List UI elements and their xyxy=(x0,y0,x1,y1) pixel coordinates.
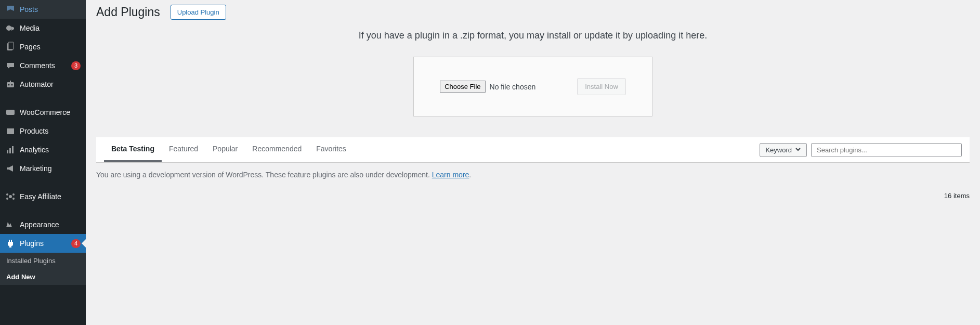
sidebar-item-media[interactable]: Media xyxy=(0,19,86,37)
comments-badge: 3 xyxy=(71,61,81,70)
upload-plugin-button[interactable]: Upload Plugin xyxy=(171,5,226,20)
sidebar-item-label: Easy Affiliate xyxy=(20,192,81,201)
keyword-dropdown[interactable]: Keyword xyxy=(760,143,807,157)
sidebar-separator xyxy=(0,94,86,103)
svg-rect-11 xyxy=(9,148,11,153)
svg-point-15 xyxy=(12,193,15,196)
tab-recommended[interactable]: Recommended xyxy=(245,137,309,162)
sidebar-item-woocommerce[interactable]: WooCommerce xyxy=(0,103,86,122)
products-icon xyxy=(5,126,16,136)
pin-icon xyxy=(5,4,16,15)
woo-icon xyxy=(5,107,16,118)
sidebar-item-analytics[interactable]: Analytics xyxy=(0,140,86,159)
sidebar-separator xyxy=(0,178,86,187)
sidebar-separator xyxy=(0,206,86,215)
dev-notice: You are using a development version of W… xyxy=(96,163,970,187)
svg-point-5 xyxy=(11,84,13,86)
upload-section: If you have a plugin in a .zip format, y… xyxy=(96,30,970,116)
upload-hint: If you have a plugin in a .zip format, y… xyxy=(96,30,970,41)
tab-featured[interactable]: Featured xyxy=(162,137,205,162)
pages-icon xyxy=(5,42,16,52)
svg-rect-10 xyxy=(7,150,8,153)
sidebar-item-label: Plugins xyxy=(20,239,69,248)
sidebar-item-label: Comments xyxy=(20,61,69,70)
svg-point-17 xyxy=(12,198,15,200)
sidebar-item-label: Products xyxy=(20,127,81,135)
chevron-down-icon xyxy=(795,146,801,154)
upload-box-inner: Choose File No file chosen Install Now xyxy=(440,78,626,95)
svg-point-16 xyxy=(6,198,8,200)
svg-rect-6 xyxy=(10,81,11,82)
svg-point-0 xyxy=(6,25,11,31)
plugins-submenu: Installed Plugins Add New xyxy=(0,253,86,285)
appearance-icon xyxy=(5,219,16,230)
items-count: 16 items xyxy=(944,192,970,200)
sidebar-item-label: Analytics xyxy=(20,146,81,154)
keyword-dropdown-label: Keyword xyxy=(765,146,792,154)
sidebar-item-comments[interactable]: Comments 3 xyxy=(0,56,86,75)
upload-box: Choose File No file chosen Install Now xyxy=(413,57,652,116)
admin-sidebar: Posts Media Pages Comments 3 Automator W… xyxy=(0,0,86,325)
sidebar-item-label: WooCommerce xyxy=(20,108,81,116)
learn-more-link[interactable]: Learn more xyxy=(432,171,469,179)
sidebar-item-label: Automator xyxy=(20,80,81,88)
no-file-text: No file chosen xyxy=(490,83,536,91)
search-wrap: Keyword xyxy=(760,138,962,162)
choose-file-button[interactable]: Choose File xyxy=(440,81,485,93)
sidebar-item-label: Appearance xyxy=(20,220,81,229)
svg-point-4 xyxy=(8,84,10,86)
tab-popular[interactable]: Popular xyxy=(205,137,245,162)
svg-point-13 xyxy=(9,195,12,198)
file-input-wrap: Choose File No file chosen xyxy=(440,81,535,93)
svg-rect-12 xyxy=(12,146,14,153)
sidebar-item-label: Media xyxy=(20,24,81,32)
tab-beta-testing[interactable]: Beta Testing xyxy=(104,137,162,162)
search-input[interactable] xyxy=(811,143,962,157)
footer-bar: 16 items xyxy=(96,187,970,205)
sidebar-item-label: Marketing xyxy=(20,164,81,173)
plugins-badge: 4 xyxy=(71,239,81,248)
affiliate-icon xyxy=(5,191,16,202)
main-content: Add Plugins Upload Plugin If you have a … xyxy=(86,0,980,325)
comments-icon xyxy=(5,60,16,71)
automator-icon xyxy=(5,79,16,89)
sidebar-item-products[interactable]: Products xyxy=(0,122,86,140)
sidebar-item-pages[interactable]: Pages xyxy=(0,37,86,56)
sidebar-item-label: Posts xyxy=(20,5,81,14)
dev-notice-period: . xyxy=(469,171,471,179)
plugins-icon xyxy=(5,238,16,249)
filter-bar: Beta Testing Featured Popular Recommende… xyxy=(96,137,970,163)
svg-point-14 xyxy=(6,193,8,196)
sidebar-item-label: Pages xyxy=(20,43,81,51)
sidebar-item-automator[interactable]: Automator xyxy=(0,75,86,94)
marketing-icon xyxy=(5,163,16,174)
dev-notice-text: You are using a development version of W… xyxy=(96,171,432,179)
svg-rect-9 xyxy=(7,128,14,130)
install-now-button[interactable]: Install Now xyxy=(577,78,626,95)
analytics-icon xyxy=(5,145,16,155)
sidebar-item-affiliate[interactable]: Easy Affiliate xyxy=(0,187,86,206)
sidebar-item-appearance[interactable]: Appearance xyxy=(0,215,86,234)
svg-rect-7 xyxy=(6,110,15,115)
svg-rect-3 xyxy=(7,82,14,87)
svg-rect-2 xyxy=(8,42,14,49)
page-title: Add Plugins xyxy=(96,5,160,19)
sidebar-item-plugins[interactable]: Plugins 4 xyxy=(0,234,86,253)
submenu-installed-plugins[interactable]: Installed Plugins xyxy=(0,253,86,269)
filter-tabs: Beta Testing Featured Popular Recommende… xyxy=(104,137,760,162)
media-icon xyxy=(5,23,16,33)
page-header: Add Plugins Upload Plugin xyxy=(96,0,970,30)
submenu-add-new[interactable]: Add New xyxy=(0,269,86,285)
sidebar-item-marketing[interactable]: Marketing xyxy=(0,159,86,178)
tab-favorites[interactable]: Favorites xyxy=(309,137,354,162)
sidebar-item-posts[interactable]: Posts xyxy=(0,0,86,19)
